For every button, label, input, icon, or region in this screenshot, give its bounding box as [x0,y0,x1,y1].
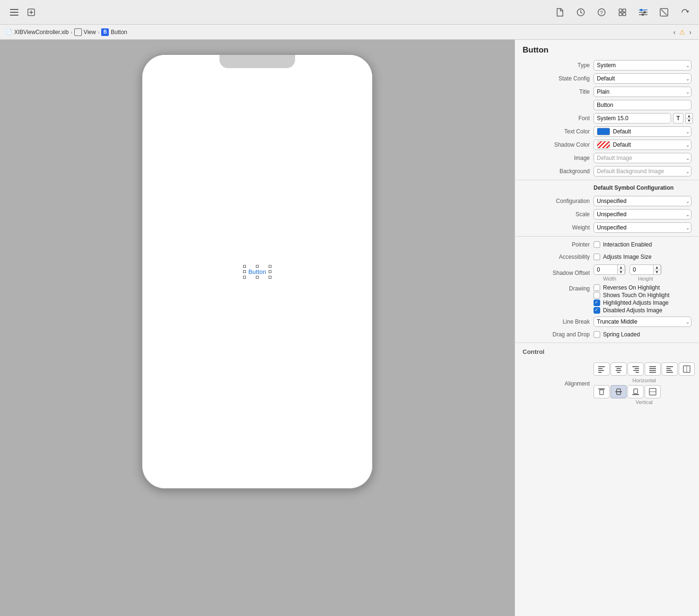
breadcrumb-button-label: Button [111,29,127,35]
image-row: Image Default Image ⌄ [515,151,699,165]
weight-control: Unspecified Ultralight Thin Light Regula… [594,222,691,233]
scale-control: Unspecified Small Medium Large ⌄ [594,209,691,220]
font-input[interactable] [594,113,671,123]
lines-icon[interactable] [8,6,21,19]
align-left-btn[interactable] [594,362,610,376]
svg-rect-39 [666,370,672,371]
alignment-label: Alignment [523,380,594,387]
svg-rect-29 [632,366,639,367]
shadow-width-down[interactable]: ▼ [617,270,625,275]
svg-rect-25 [615,366,622,367]
line-break-select[interactable]: Word Wrap Character Wrap Clip Truncate H… [594,317,691,327]
handle-bc[interactable] [256,276,259,279]
align-justify-btn[interactable] [645,362,661,376]
handle-tr[interactable] [269,265,271,268]
shadow-color-control: Default ⌄ [594,140,691,150]
shadow-height-up[interactable]: ▲ [653,264,661,270]
align-natural-btn[interactable] [662,362,678,376]
text-color-select[interactable]: Default [594,126,691,137]
reverses-on-highlight-checkbox[interactable] [594,284,600,291]
shadow-height-down[interactable]: ▼ [653,270,661,275]
image-select[interactable]: Default Image [594,153,691,163]
drag-drop-row: Drag and Drop Spring Loaded [515,328,699,341]
refresh-icon[interactable] [678,6,691,19]
align-fill-btn[interactable] [679,362,695,376]
handle-br[interactable] [269,276,271,279]
breadcrumb-prev[interactable]: ‹ [672,27,678,37]
line-break-label: Line Break [523,318,594,325]
background-select[interactable]: Default Background Image [594,166,691,176]
handle-tl[interactable] [243,265,246,268]
handle-mr[interactable] [269,270,271,273]
vertical-label: Vertical [594,399,695,405]
button-b-icon: B [101,28,109,36]
font-stepper-down[interactable]: ▼ [685,118,693,123]
highlighted-adjusts-image-label[interactable]: Highlighted Adjusts Image [603,299,669,306]
shows-touch-on-highlight-checkbox[interactable] [594,292,600,299]
shows-touch-on-highlight-label[interactable]: Shows Touch On Highlight [603,292,670,299]
grid-icon[interactable] [616,6,629,19]
interaction-enabled-checkbox[interactable] [594,241,600,248]
configuration-select[interactable]: Unspecified Small Medium Large Point [594,196,691,206]
svg-rect-12 [623,13,626,16]
disabled-adjusts-image-checkbox[interactable] [594,307,600,314]
sliders-icon[interactable] [637,6,650,19]
no-entry-icon[interactable] [657,6,671,19]
divider-2 [515,236,699,237]
interaction-enabled-label[interactable]: Interaction Enabled [603,241,652,248]
shadow-height-label: Height [629,276,662,282]
v-align-bottom-btn[interactable] [628,385,644,398]
v-align-mid-btn[interactable] [611,385,627,398]
type-select[interactable]: System Custom Detail Disclosure Info Lig… [594,60,691,70]
toolbar-left [8,6,38,19]
line-break-row: Line Break Word Wrap Character Wrap Clip… [515,315,699,328]
handle-ml[interactable] [243,270,246,273]
breadcrumb-view[interactable]: View [74,28,96,36]
svg-line-19 [661,9,667,15]
breadcrumb-next[interactable]: › [687,27,693,37]
breadcrumb-xib[interactable]: 📄 XIBViewController.xib [6,29,69,35]
doc-icon[interactable] [553,6,567,19]
button-element[interactable]: Button [245,266,270,277]
font-stepper-up[interactable]: ▲ [685,113,693,118]
breadcrumb-button[interactable]: B Button [101,28,127,36]
control-section-header: Control [515,345,699,359]
main-area: Button Button Type System Custom Detail … [0,40,699,616]
reverses-on-highlight-item: Reverses On Highlight [594,284,691,291]
weight-select[interactable]: Unspecified Ultralight Thin Light Regula… [594,222,691,233]
font-T-button[interactable]: T [673,113,683,123]
title-type-select[interactable]: Plain Attributed [594,87,691,97]
control-label: Control [523,346,544,357]
v-align-fill-btn[interactable] [645,385,661,398]
svg-rect-22 [598,368,603,369]
adjusts-image-size-label[interactable]: Adjusts Image Size [603,254,652,260]
handle-tc[interactable] [256,265,259,268]
clock-icon[interactable] [574,6,587,19]
horizontal-label: Horizontal [594,378,695,383]
configuration-row: Configuration Unspecified Small Medium L… [515,194,699,208]
question-icon[interactable]: ? [595,6,608,19]
reverses-on-highlight-label[interactable]: Reverses On Highlight [603,284,660,291]
image-control: Default Image ⌄ [594,153,691,163]
shadow-width-up[interactable]: ▲ [617,264,625,270]
drawing-row: Drawing Reverses On Highlight Shows Touc… [515,283,699,315]
scale-select[interactable]: Unspecified Small Medium Large [594,209,691,220]
weight-label: Weight [523,224,594,231]
spring-loaded-label[interactable]: Spring Loaded [603,331,640,338]
pointer-label: Pointer [523,241,594,248]
v-align-top-btn[interactable] [594,385,610,398]
plus-square-icon[interactable] [25,6,38,19]
highlighted-adjusts-image-checkbox[interactable] [594,299,600,306]
shadow-color-select[interactable]: Default [594,140,691,150]
svg-rect-34 [649,368,656,369]
state-config-select[interactable]: Default Highlighted Disabled Selected Fo… [594,73,691,84]
spring-loaded-checkbox[interactable] [594,331,600,338]
adjusts-image-size-checkbox[interactable] [594,254,600,260]
handle-bl[interactable] [243,276,246,279]
title-text-input[interactable] [594,100,691,110]
align-right-btn[interactable] [628,362,644,376]
warning-icon: ⚠ [679,28,685,36]
align-center-btn[interactable] [611,362,627,376]
disabled-adjusts-image-label[interactable]: Disabled Adjusts Image [603,307,662,314]
svg-rect-24 [598,372,602,373]
